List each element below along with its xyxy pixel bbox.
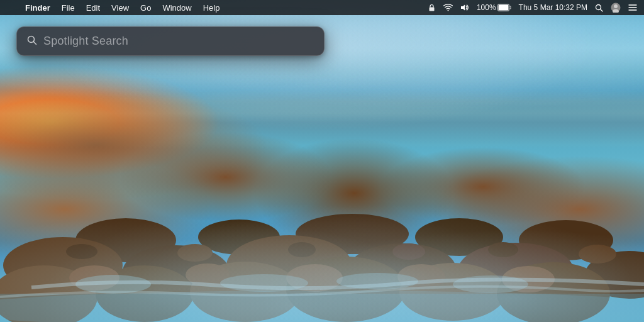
battery-indicator[interactable]: 100%: [475, 2, 513, 13]
user-avatar[interactable]: [609, 1, 623, 14]
menu-file[interactable]: File: [57, 2, 80, 14]
spotlight-container: [16, 26, 325, 56]
spotlight-box: [16, 26, 325, 56]
menu-window[interactable]: Window: [157, 2, 196, 14]
svg-point-42: [614, 4, 618, 8]
menu-view[interactable]: View: [106, 2, 134, 14]
menu-bar-right: 100% Thu 5 Mar 10:32 PM: [426, 1, 639, 14]
menu-go[interactable]: Go: [135, 2, 156, 14]
svg-rect-38: [498, 5, 508, 11]
volume-icon[interactable]: [458, 3, 471, 13]
apple-menu[interactable]: [5, 6, 15, 9]
svg-line-48: [34, 42, 36, 44]
lock-icon[interactable]: [426, 3, 438, 13]
spotlight-menubar-icon[interactable]: [593, 3, 605, 13]
menu-help[interactable]: Help: [198, 2, 225, 14]
datetime-display[interactable]: Thu 5 Mar 10:32 PM: [517, 2, 589, 13]
menu-bar: Finder File Edit View Go Window Help: [0, 0, 644, 15]
spotlight-input[interactable]: [43, 35, 314, 48]
spotlight-search-icon: [27, 35, 37, 48]
app-name[interactable]: Finder: [20, 2, 55, 14]
svg-marker-36: [461, 5, 465, 11]
svg-rect-35: [429, 7, 434, 11]
svg-line-40: [601, 9, 603, 11]
battery-percent-label: 100%: [477, 3, 496, 12]
mist-layer: [0, 161, 644, 322]
wifi-icon[interactable]: [441, 3, 455, 13]
menu-bar-left: Finder File Edit View Go Window Help: [5, 2, 225, 14]
control-center-icon[interactable]: [626, 3, 639, 13]
menu-edit[interactable]: Edit: [81, 2, 105, 14]
